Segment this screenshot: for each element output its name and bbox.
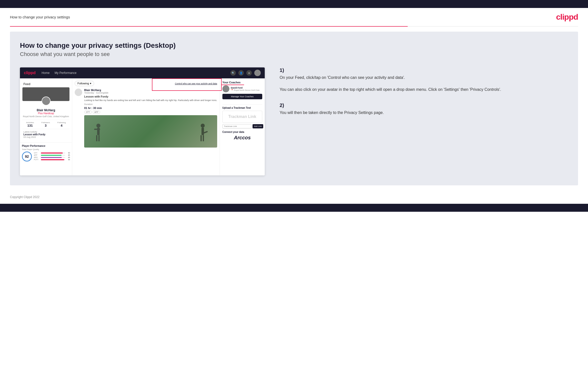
breadcrumb: How to change your privacy settings [10,15,70,19]
svg-rect-2 [94,129,100,130]
stat-followers-label: Followers [41,121,50,124]
arg-fill [41,157,62,158]
feed-header: Following ▾ Control who can see your act… [75,81,217,86]
putt-num: 96 [66,159,70,160]
instruction-2-num: 2) [280,103,568,108]
upload-section: Upload a Trackman Test Trackman Link Add… [222,104,262,128]
instruction-1: 1) On your Feed, click/tap on 'Control w… [280,67,568,93]
app-num: 85 [66,154,70,156]
add-link-button[interactable]: Add Link [253,124,263,128]
main-subtitle: Choose what you want people to see [20,51,568,57]
app-sidebar: Feed Blair McHarg Plus Handicap Royal No… [20,78,72,175]
profile-section: Blair McHarg Plus Handicap Royal North D… [20,87,72,141]
bottom-bar [0,204,588,212]
profile-club: Royal North Devon Golf Club, United King… [22,115,69,118]
total-quality-label: Total Player Quality [22,148,70,151]
post-content: Blair McHarg Yesterday · Sunningdale Les… [84,89,217,148]
svg-point-0 [96,124,100,128]
post-tags: OTT APP [84,110,217,114]
instructions-panel: 1) On your Feed, click/tap on 'Control w… [275,67,568,126]
app-nav-icons: 🔍 👤 ⊕ [230,70,261,76]
putt-track [41,159,65,160]
instruction-2-text: You will then be taken directly to the P… [280,110,568,116]
quality-row: 92 OTT 90 [22,152,70,161]
feed-post: Blair McHarg Yesterday · Sunningdale Les… [75,89,217,148]
post-avatar [75,89,82,96]
compass-icon[interactable]: ⊕ [246,70,252,76]
app-label: APP [34,154,40,156]
profile-avatar [42,97,51,105]
player-perf-title: Player Performance [22,145,70,147]
coach-name: David Ford [231,87,262,89]
control-link-wrapper: Control who can see your activity and da… [175,82,217,85]
trackman-input-row: Add Link [222,124,262,128]
ott-label: OTT [34,152,40,154]
stat-activities-label: Activities [26,121,34,124]
content-area: clippd Home My Performance 🔍 👤 ⊕ [20,67,568,175]
quality-bar-putt: PUTT 96 [34,159,70,160]
connect-title: Connect your data [222,131,262,133]
nav-avatar[interactable] [254,70,261,76]
stat-following-label: Following [57,121,66,124]
post-image [84,115,217,148]
main-title: How to change your privacy settings (Des… [20,42,568,50]
search-icon[interactable]: 🔍 [230,70,236,76]
profile-handicap: Plus Handicap [22,112,69,115]
quality-bars: OTT 90 APP [34,152,70,161]
header-divider [10,26,578,27]
profile-cover [22,87,69,101]
latest-label: Latest Activity [23,131,68,133]
arccos-logo: Arccos [222,135,262,141]
clippd-logo: clippd [556,12,578,22]
coaches-title: Your Coaches [222,81,262,84]
top-bar [0,0,588,8]
profile-name: Blair McHarg [22,108,69,112]
instruction-1-num: 1) [280,67,568,73]
app-nav: clippd Home My Performance 🔍 👤 ⊕ [20,67,265,78]
coach-item: David Ford 📍 Royal North Devon Golf Club [222,85,262,92]
post-name: Blair McHarg [84,89,217,92]
nav-link-performance[interactable]: My Performance [55,71,76,75]
quality-bar-arg: ARG 86 [34,157,70,158]
coach-info: David Ford 📍 Royal North Devon Golf Club [231,87,262,91]
ott-track [41,153,65,154]
user-icon[interactable]: 👤 [238,70,244,76]
trackman-input[interactable] [222,124,252,128]
tag-app: APP [93,110,100,114]
trackman-placeholder: Trackman Link [222,111,262,123]
putt-label: PUTT [34,159,40,160]
instruction-1-text: On your Feed, click/tap on 'Control who … [280,75,568,93]
following-button[interactable]: Following ▾ [75,81,94,86]
svg-rect-4 [98,135,100,141]
post-duration-label: Duration [84,103,217,105]
post-meta: Yesterday · Sunningdale [84,92,217,94]
stat-following-value: 4 [57,124,66,127]
feed-tab[interactable]: Feed [20,81,72,87]
stat-following: Following 4 [57,121,66,127]
app-screenshot-wrapper: clippd Home My Performance 🔍 👤 ⊕ [20,67,265,175]
nav-link-home[interactable]: Home [42,71,50,75]
ott-num: 90 [66,152,70,154]
svg-rect-9 [203,135,204,141]
main-content: How to change your privacy settings (Des… [10,32,578,185]
manage-coaches-button[interactable]: Manage Your Coaches [222,94,262,99]
post-title: Lesson with Fordy [84,95,217,98]
quality-bar-ott: OTT 90 [34,152,70,154]
app-right-panel: Your Coaches David Ford 📍 Royal North De… [220,78,265,175]
putt-fill [41,159,64,160]
arg-label: ARG [34,157,40,158]
control-who-link[interactable]: Control who can see your activity and da… [175,82,217,85]
svg-rect-3 [96,135,97,141]
app-nav-links: Home My Performance [42,71,76,75]
app-fill [41,155,62,156]
coaches-section: Your Coaches David Ford 📍 Royal North De… [222,81,262,101]
arg-num: 86 [66,157,70,158]
quality-bar-app: APP 85 [34,154,70,156]
app-screenshot: clippd Home My Performance 🔍 👤 ⊕ [20,67,265,175]
coach-avatar [222,85,229,92]
app-body: Feed Blair McHarg Plus Handicap Royal No… [20,78,265,175]
latest-activity: Latest Activity Lesson with Fordy 03 Aug… [22,131,69,138]
latest-date: 03 Aug 2022 [23,136,68,138]
profile-stats: Activities 131 Followers 3 Following 4 [22,120,69,129]
ott-fill [41,153,63,154]
